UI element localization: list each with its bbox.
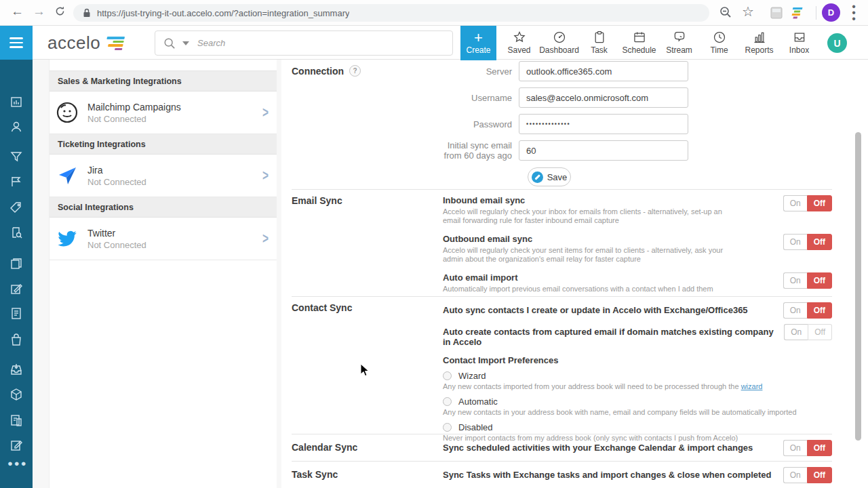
task-sync-section: Task Sync Sync Tasks with Exchange tasks… bbox=[292, 461, 832, 488]
refresh-icon bbox=[54, 5, 66, 17]
tags-icon[interactable] bbox=[9, 200, 24, 215]
inbound-email-sync-toggle[interactable]: OnOff bbox=[783, 195, 832, 211]
auto-sync-contacts-toggle[interactable]: OnOff bbox=[783, 302, 832, 319]
top-navigation: Saved Dashboard Task Schedule Stream Tim… bbox=[499, 26, 819, 60]
hamburger-menu-button[interactable] bbox=[0, 26, 33, 60]
contracts-icon[interactable] bbox=[9, 413, 24, 428]
integration-item-twitter[interactable]: Twitter Not Connected > bbox=[50, 218, 277, 260]
integration-item-jira[interactable]: Jira Not Connected > bbox=[50, 155, 277, 197]
nav-reports[interactable]: Reports bbox=[739, 26, 779, 60]
accelo-logo-mark-icon bbox=[104, 37, 125, 50]
nav-task[interactable]: Task bbox=[579, 26, 619, 60]
issues-pen-icon[interactable] bbox=[9, 281, 24, 296]
lock-icon bbox=[83, 8, 91, 18]
email-sync-title: Email Sync bbox=[292, 195, 342, 206]
requests-tray-icon[interactable] bbox=[9, 362, 24, 377]
contact-sync-section: Contact Sync Auto sync contacts I create… bbox=[292, 296, 832, 434]
notes-compose-icon[interactable] bbox=[9, 438, 24, 453]
module-rail: ●●● bbox=[0, 60, 33, 488]
clock-icon bbox=[713, 30, 726, 44]
automatic-desc: Any new contacts in your address book wi… bbox=[443, 408, 832, 417]
password-input[interactable]: •••••••••••••• bbox=[519, 114, 688, 134]
accelo-logo[interactable]: accelo bbox=[47, 33, 123, 54]
more-modules-icon[interactable]: ●●● bbox=[7, 458, 28, 468]
browser-refresh-button[interactable] bbox=[54, 5, 66, 20]
contacts-icon[interactable] bbox=[9, 119, 24, 134]
auto-email-import-toggle[interactable]: OnOff bbox=[783, 272, 832, 289]
browser-forward-button[interactable]: → bbox=[33, 4, 45, 19]
mailchimp-logo-icon bbox=[55, 100, 79, 125]
integration-settings-main: Connection ? Server outlook.office365.co… bbox=[281, 60, 868, 488]
inbound-email-sync-row: Inbound email sync Accelo will regularly… bbox=[443, 195, 832, 225]
nav-time[interactable]: Time bbox=[699, 26, 739, 60]
toolbar-separator bbox=[816, 6, 816, 20]
clipboard-icon bbox=[593, 30, 606, 44]
task-sync-toggle[interactable]: OnOff bbox=[783, 467, 832, 483]
page-scrollbar[interactable] bbox=[855, 132, 861, 441]
username-label: Username bbox=[292, 93, 519, 103]
automatic-radio[interactable] bbox=[443, 397, 452, 406]
nav-schedule[interactable]: Schedule bbox=[619, 26, 659, 60]
zoom-out-icon[interactable] bbox=[719, 5, 732, 21]
chevron-right-icon: > bbox=[262, 104, 269, 121]
browser-profile-avatar[interactable]: D bbox=[822, 3, 840, 22]
calendar-sync-title: Calendar Sync bbox=[292, 442, 357, 453]
help-icon[interactable]: ? bbox=[349, 65, 361, 77]
disabled-radio[interactable] bbox=[443, 423, 452, 432]
automatic-option[interactable]: Automatic bbox=[443, 396, 832, 407]
initial-sync-input[interactable]: 60 bbox=[519, 140, 688, 161]
integration-status: Not Connected bbox=[87, 177, 261, 187]
invoices-icon[interactable] bbox=[9, 306, 24, 321]
jira-logo-icon bbox=[55, 163, 79, 188]
integration-status: Not Connected bbox=[87, 114, 261, 124]
wizard-option[interactable]: Wizard bbox=[443, 371, 832, 381]
accelo-extension-icon[interactable] bbox=[789, 6, 804, 22]
browser-back-button[interactable]: ← bbox=[11, 4, 24, 19]
auto-sync-contacts-row: Auto sync contacts I create or update in… bbox=[443, 302, 832, 319]
extension-icon[interactable] bbox=[770, 7, 783, 21]
accelo-logo-text: accelo bbox=[47, 33, 100, 54]
section-header-ticketing: Ticketing Integrations bbox=[50, 134, 277, 155]
milestones-flag-icon[interactable] bbox=[9, 174, 24, 189]
wizard-radio[interactable] bbox=[443, 371, 452, 380]
contact-import-preferences-title: Contact Import Preferences bbox=[443, 355, 832, 365]
username-input[interactable]: sales@accelo.onmicrosoft.com bbox=[519, 87, 688, 108]
wizard-desc: Any new contacts imported from your addr… bbox=[443, 382, 832, 391]
global-search-input[interactable]: Search bbox=[155, 30, 453, 56]
browser-address-bar[interactable]: https://just-trying-it-out.accelo.com/?a… bbox=[73, 4, 709, 22]
bar-chart-icon bbox=[753, 30, 766, 44]
nav-inbox[interactable]: Inbox bbox=[779, 26, 819, 60]
save-button[interactable]: Save bbox=[528, 167, 571, 186]
bookmark-star-icon[interactable]: ☆ bbox=[742, 3, 754, 20]
integration-item-mailchimp[interactable]: Mailchimp Campaigns Not Connected > bbox=[50, 92, 277, 134]
star-icon bbox=[513, 30, 526, 44]
calendar-sync-toggle[interactable]: OnOff bbox=[783, 440, 832, 456]
company-reports-icon[interactable] bbox=[9, 94, 24, 109]
outbound-email-sync-toggle[interactable]: OnOff bbox=[783, 234, 832, 250]
save-icon bbox=[532, 171, 543, 183]
integration-name: Jira bbox=[87, 165, 261, 176]
tickets-icon[interactable] bbox=[9, 256, 24, 271]
browser-menu-icon[interactable]: ••• bbox=[849, 3, 859, 22]
server-input[interactable]: outlook.office365.com bbox=[519, 61, 688, 81]
section-header-social: Social Integrations bbox=[50, 197, 277, 218]
search-scope-caret-icon[interactable] bbox=[182, 41, 189, 45]
nav-saved[interactable]: Saved bbox=[499, 26, 539, 60]
create-button[interactable]: + Create bbox=[460, 26, 496, 60]
disabled-option[interactable]: Disabled bbox=[443, 422, 832, 432]
quotes-search-icon[interactable] bbox=[9, 225, 24, 240]
sales-funnel-icon[interactable] bbox=[9, 149, 24, 164]
purchases-bag-icon[interactable] bbox=[9, 332, 24, 347]
nav-stream[interactable]: Stream bbox=[659, 26, 699, 60]
chevron-right-icon: > bbox=[262, 167, 269, 184]
products-cube-icon[interactable] bbox=[9, 387, 24, 402]
chevron-right-icon: > bbox=[262, 230, 269, 247]
connection-section: Connection ? Server outlook.office365.co… bbox=[292, 60, 832, 189]
list-spacer bbox=[50, 60, 277, 71]
twitter-logo-icon bbox=[55, 226, 79, 251]
calendar-sync-section: Calendar Sync Sync scheduled activities … bbox=[292, 434, 832, 461]
user-avatar[interactable]: U bbox=[827, 33, 847, 53]
nav-dashboard[interactable]: Dashboard bbox=[539, 26, 579, 60]
wizard-link[interactable]: wizard bbox=[741, 382, 763, 390]
calendar-icon bbox=[633, 30, 646, 44]
